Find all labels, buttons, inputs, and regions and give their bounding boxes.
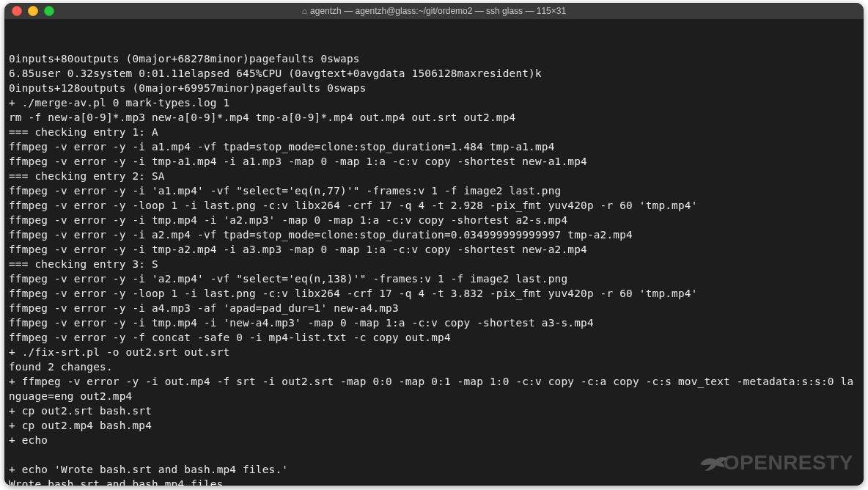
terminal-line: Wrote bash.srt and bash.mp4 files.	[9, 477, 859, 486]
terminal-line: ffmpeg -v error -y -f concat -safe 0 -i …	[9, 330, 859, 345]
terminal-line: 0inputs+80outputs (0major+68278minor)pag…	[9, 51, 859, 66]
window-title-text: agentzh — agentzh@glass:~/git/ordemo2 — …	[310, 6, 566, 16]
terminal-line: ffmpeg -v error -y -i a2.mp4 -vf tpad=st…	[9, 227, 859, 242]
titlebar: ⌂agentzh — agentzh@glass:~/git/ordemo2 —…	[4, 3, 864, 19]
maximize-icon[interactable]	[44, 6, 54, 16]
terminal-window: ⌂agentzh — agentzh@glass:~/git/ordemo2 —…	[4, 3, 864, 486]
terminal-line: ffmpeg -v error -y -i a1.mp4 -vf tpad=st…	[9, 139, 859, 154]
terminal-line: + ffmpeg -v error -y -i out.mp4 -f srt -…	[9, 374, 859, 403]
terminal-line: + echo 'Wrote bash.srt and bash.mp4 file…	[9, 462, 859, 477]
terminal-line	[9, 447, 859, 462]
terminal-line: ffmpeg -v error -y -i a4.mp3 -af 'apad=p…	[9, 301, 859, 315]
terminal-line: ffmpeg -v error -y -i 'a2.mp4' -vf "sele…	[9, 271, 859, 286]
minimize-icon[interactable]	[28, 6, 38, 16]
terminal-line: === checking entry 2: SA	[9, 169, 859, 183]
terminal-line: ffmpeg -v error -y -i tmp.mp4 -i 'a2.mp3…	[9, 213, 859, 227]
terminal-line: === checking entry 1: A	[9, 125, 859, 139]
terminal-line: ffmpeg -v error -y -i tmp.mp4 -i 'new-a4…	[9, 315, 859, 330]
terminal-output: 0inputs+80outputs (0major+68278minor)pag…	[9, 51, 859, 486]
terminal-line: 0inputs+128outputs (0major+69957minor)pa…	[9, 81, 859, 95]
terminal-line: 6.85user 0.32system 0:01.11elapsed 645%C…	[9, 66, 859, 81]
close-icon[interactable]	[12, 6, 22, 16]
terminal-line: + ./fix-srt.pl -o out2.srt out.srt	[9, 345, 859, 359]
terminal-body[interactable]: 0inputs+80outputs (0major+68278minor)pag…	[4, 19, 864, 486]
terminal-line: ffmpeg -v error -y -i tmp-a1.mp4 -i a1.m…	[9, 154, 859, 169]
terminal-line: ffmpeg -v error -y -i 'a1.mp4' -vf "sele…	[9, 183, 859, 198]
terminal-line: ffmpeg -v error -y -loop 1 -i last.png -…	[9, 198, 859, 213]
terminal-line: === checking entry 3: S	[9, 257, 859, 271]
terminal-line: ffmpeg -v error -y -loop 1 -i last.png -…	[9, 286, 859, 301]
terminal-line: + echo	[9, 433, 859, 447]
terminal-line: + cp out2.srt bash.srt	[9, 403, 859, 418]
home-icon: ⌂	[302, 6, 307, 16]
terminal-line: ffmpeg -v error -y -i tmp-a2.mp4 -i a3.m…	[9, 242, 859, 257]
terminal-line: + cp out2.mp4 bash.mp4	[9, 418, 859, 433]
terminal-line: + ./merge-av.pl 0 mark-types.log 1	[9, 95, 859, 110]
terminal-line: found 2 changes.	[9, 359, 859, 374]
window-title: ⌂agentzh — agentzh@glass:~/git/ordemo2 —…	[4, 6, 864, 16]
traffic-lights	[12, 6, 54, 16]
terminal-line: rm -f new-a[0-9]*.mp3 new-a[0-9]*.mp4 tm…	[9, 110, 859, 125]
